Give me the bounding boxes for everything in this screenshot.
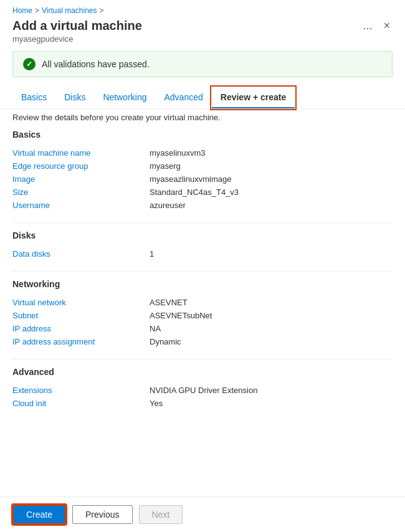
breadcrumb: Home > Virtual machines > [12,6,393,15]
field-label-subnet: Subnet [12,311,150,320]
field-size: Size Standard_NC4as_T4_v3 [12,188,393,197]
field-extensions: Extensions NVIDIA GPU Driver Extension [12,386,393,395]
breadcrumb-sep-1: > [35,6,39,15]
more-options-button[interactable]: ... [360,19,374,32]
basics-section: Basics Virtual machine name myaselinuxvm… [12,130,393,210]
field-username: Username azureuser [12,201,393,210]
main-content: Basics Virtual machine name myaselinuxvm… [0,130,405,496]
field-value-size: Standard_NC4as_T4_v3 [150,188,239,197]
tab-networking[interactable]: Networking [94,87,155,108]
basics-section-title: Basics [12,130,393,142]
field-image: Image myaseazlinuxvmimage [12,174,393,184]
divider-2 [12,271,393,272]
field-label-resource-group: Edge resource group [12,161,150,171]
field-value-image: myaseazlinuxvmimage [150,174,232,184]
previous-button[interactable]: Previous [72,505,132,524]
networking-section: Networking Virtual network ASEVNET Subne… [12,279,393,346]
tab-review-create[interactable]: Review + create [212,87,295,108]
tab-description: Review the details before you create you… [0,113,405,130]
field-value-ip-assignment: Dynamic [150,337,181,346]
field-cloud-init: Cloud init Yes [12,399,393,408]
next-button: Next [139,505,183,524]
field-label-ip-assignment: IP address assignment [12,337,150,346]
field-value-virtual-network: ASEVNET [150,298,188,307]
divider-1 [12,222,393,223]
validation-banner: All validations have passed. [12,51,393,77]
advanced-section: Advanced Extensions NVIDIA GPU Driver Ex… [12,367,393,408]
field-value-resource-group: myaserg [150,161,181,171]
tab-advanced[interactable]: Advanced [156,87,212,108]
breadcrumb-vms[interactable]: Virtual machines [42,6,97,15]
field-data-disks: Data disks 1 [12,249,393,259]
field-subnet: Subnet ASEVNETsubNet [12,311,393,320]
divider-3 [12,359,393,359]
field-label-username: Username [12,201,150,210]
field-value-vm-name: myaselinuxvm3 [150,148,206,158]
field-label-data-disks: Data disks [12,249,150,259]
field-label-size: Size [12,188,150,197]
field-label-ip-address: IP address [12,324,150,333]
breadcrumb-home[interactable]: Home [12,6,32,15]
validation-success-icon [23,58,36,70]
disks-section-title: Disks [12,230,393,243]
field-virtual-network: Virtual network ASEVNET [12,298,393,307]
field-value-ip-address: NA [150,324,161,333]
breadcrumb-sep-2: > [100,6,104,15]
field-label-extensions: Extensions [12,386,150,395]
field-ip-assignment: IP address assignment Dynamic [12,337,393,346]
validation-message: All validations have passed. [42,59,150,69]
networking-section-title: Networking [12,279,393,292]
create-button[interactable]: Create [12,505,66,525]
close-button[interactable]: × [381,19,393,32]
tab-bar: Basics Disks Networking Advanced Review … [0,87,405,109]
tab-disks[interactable]: Disks [55,87,94,108]
field-label-cloud-init: Cloud init [12,399,150,408]
field-value-data-disks: 1 [150,249,154,259]
field-label-virtual-network: Virtual network [12,298,150,307]
field-value-extensions: NVIDIA GPU Driver Extension [150,386,257,395]
advanced-section-title: Advanced [12,367,393,379]
footer: Create Previous Next [0,496,405,532]
field-value-subnet: ASEVNETsubNet [150,311,212,320]
field-vm-name: Virtual machine name myaselinuxvm3 [12,148,393,158]
field-label-vm-name: Virtual machine name [12,148,150,158]
field-resource-group: Edge resource group myaserg [12,161,393,171]
page-title: Add a virtual machine [12,19,142,33]
field-value-username: azureuser [150,201,186,210]
disks-section: Disks Data disks 1 [12,230,393,259]
field-value-cloud-init: Yes [150,399,163,408]
tab-basics[interactable]: Basics [12,87,55,108]
page-subtitle: myasegpudevice [12,34,393,44]
field-label-image: Image [12,174,150,184]
field-ip-address: IP address NA [12,324,393,333]
